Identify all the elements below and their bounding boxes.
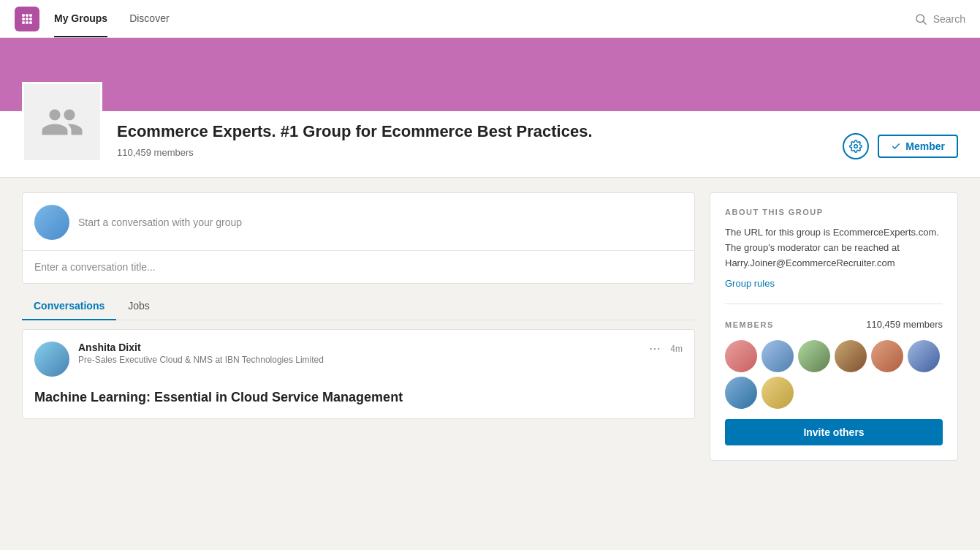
group-info: Ecommerce Experts. #1 Group for Ecommerc… <box>117 116 828 158</box>
member-avatar-3 <box>798 340 830 372</box>
member-avatar-4 <box>835 340 867 372</box>
post-time-actions: ⋯ 4m <box>649 342 683 355</box>
group-actions: Member <box>843 133 958 162</box>
invite-others-button[interactable]: Invite others <box>725 419 943 445</box>
members-header: MEMBERS 110,459 members <box>725 319 943 330</box>
post-options-button[interactable]: ⋯ <box>649 342 661 355</box>
svg-point-4 <box>26 17 29 20</box>
group-members-count: 110,459 members <box>117 147 828 158</box>
svg-point-7 <box>26 20 29 23</box>
svg-point-2 <box>29 13 32 16</box>
sidebar-about-card: ABOUT THIS GROUP The URL for this group … <box>710 192 958 461</box>
post-meta: Anshita Dixit Pre-Sales Executive Cloud … <box>78 342 640 365</box>
search-label: Search <box>933 13 965 25</box>
svg-point-0 <box>22 13 25 16</box>
group-avatar-icon <box>40 100 84 144</box>
svg-point-8 <box>29 20 32 23</box>
about-text: The URL for this group is EcommerceExper… <box>725 225 943 271</box>
tab-jobs[interactable]: Jobs <box>116 293 162 320</box>
post-author-subtitle: Pre-Sales Executive Cloud & NMS at IBN T… <box>78 355 640 365</box>
post-header: Anshita Dixit Pre-Sales Executive Cloud … <box>23 330 694 383</box>
start-conversation-top: Start a conversation with your group <box>23 193 694 251</box>
post-title[interactable]: Machine Learning: Essential in Cloud Ser… <box>34 388 683 407</box>
top-navigation: My Groups Discover Search <box>0 0 980 38</box>
settings-button[interactable] <box>843 133 869 159</box>
nav-my-groups[interactable]: My Groups <box>54 1 107 37</box>
main-content: Start a conversation with your group Ent… <box>0 178 980 487</box>
svg-point-5 <box>29 17 32 20</box>
feed-tabs: Conversations Jobs <box>22 293 695 320</box>
about-heading: ABOUT THIS GROUP <box>725 208 943 216</box>
post-body: Machine Learning: Essential in Cloud Ser… <box>23 383 694 418</box>
group-title: Ecommerce Experts. #1 Group for Ecommerc… <box>117 121 828 143</box>
app-logo <box>15 7 39 31</box>
member-avatar-5 <box>871 340 903 372</box>
member-avatar-1 <box>725 340 757 372</box>
post-card: Anshita Dixit Pre-Sales Executive Cloud … <box>22 329 695 419</box>
svg-point-1 <box>26 13 29 16</box>
nav-discover[interactable]: Discover <box>129 1 169 37</box>
member-button[interactable]: Member <box>878 135 958 158</box>
post-author-avatar <box>34 342 69 377</box>
member-avatar-7 <box>725 377 757 409</box>
conversation-title-area: Enter a conversation title... <box>23 251 694 283</box>
post-time: 4m <box>670 344 683 354</box>
feed-column: Start a conversation with your group Ent… <box>22 192 695 472</box>
post-author-name: Anshita Dixit <box>78 342 640 353</box>
members-avatars <box>725 340 943 409</box>
members-count: 110,459 members <box>866 319 943 330</box>
logo-icon <box>20 12 34 26</box>
about-section: ABOUT THIS GROUP The URL for this group … <box>710 193 957 304</box>
gear-icon <box>849 140 862 153</box>
current-user-avatar <box>34 205 69 240</box>
search-icon <box>914 12 927 26</box>
member-avatar-8 <box>761 377 794 409</box>
svg-point-11 <box>854 145 858 148</box>
member-avatar-2 <box>761 340 794 372</box>
svg-line-10 <box>923 21 926 24</box>
members-heading: MEMBERS <box>725 320 774 329</box>
start-conversation-prompt[interactable]: Start a conversation with your group <box>78 216 242 228</box>
start-conversation-card: Start a conversation with your group Ent… <box>22 192 695 284</box>
tab-conversations[interactable]: Conversations <box>22 293 116 320</box>
group-header: Ecommerce Experts. #1 Group for Ecommerc… <box>0 111 980 178</box>
hero-banner <box>0 38 980 111</box>
conversation-title-placeholder[interactable]: Enter a conversation title... <box>34 261 156 273</box>
svg-point-9 <box>916 15 924 23</box>
svg-point-3 <box>22 17 25 20</box>
members-section: MEMBERS 110,459 members Invite others <box>710 304 957 460</box>
group-rules-link[interactable]: Group rules <box>725 278 943 289</box>
sidebar-column: ABOUT THIS GROUP The URL for this group … <box>710 192 958 472</box>
svg-point-6 <box>22 20 25 23</box>
member-button-label: Member <box>905 140 945 152</box>
group-avatar <box>22 82 102 162</box>
checkmark-icon <box>891 141 901 151</box>
member-avatar-6 <box>908 340 940 372</box>
